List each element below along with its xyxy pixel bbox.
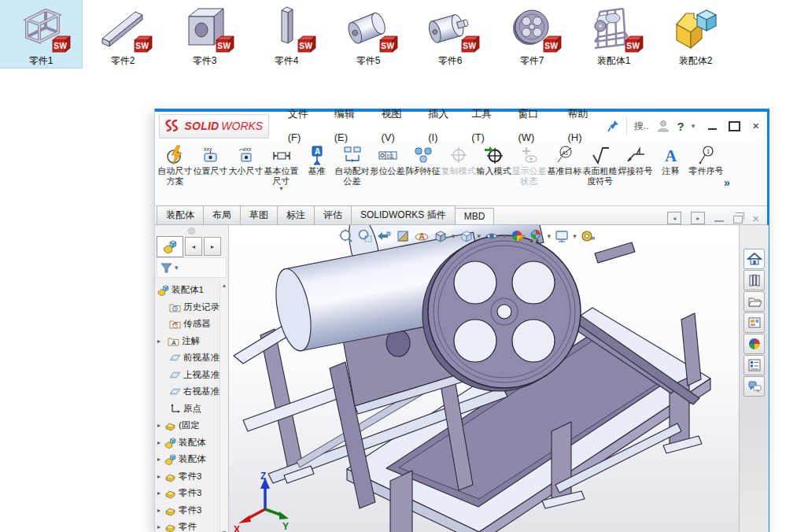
zoom-to-fit-button[interactable] xyxy=(338,227,355,245)
scroll-up-icon[interactable]: ▲ xyxy=(222,283,227,288)
pin-icon[interactable] xyxy=(607,120,619,132)
solidworks-logo: SOLIDWORKS xyxy=(159,114,269,139)
help-dropdown-caret-icon[interactable]: ▾ xyxy=(692,122,695,130)
graphics-viewport[interactable]: A ▾ ▾ ▾ ▾ ▾ xyxy=(229,225,739,532)
feature-tree: 装配体1 历史记录 xyxy=(155,282,220,532)
view-orientation-caret-icon[interactable]: ▾ xyxy=(452,232,456,240)
edit-appearance-button[interactable] xyxy=(509,227,526,245)
tree-item-subassembly-2[interactable]: ▸ 装配体 xyxy=(155,451,220,468)
cmd-pattern-feature-button[interactable]: 阵列特征 xyxy=(405,142,441,176)
document-restore-button[interactable] xyxy=(733,216,743,224)
view-settings-caret-icon[interactable]: ▾ xyxy=(573,232,577,240)
view-orientation-button[interactable] xyxy=(432,227,449,245)
tab-solidworks-addins[interactable]: SOLIDWORKS 插件 xyxy=(351,205,456,224)
panel-splitter-handle[interactable] xyxy=(188,227,195,235)
pattern-feature-icon xyxy=(405,143,441,166)
task-pane-custom-properties-button[interactable] xyxy=(743,355,765,375)
basic-dimension-dropdown-caret-icon[interactable]: ▾ xyxy=(264,186,299,192)
measure-button[interactable] xyxy=(579,227,596,245)
cmd-weld-symbol-button[interactable]: 焊接符号 xyxy=(618,142,653,176)
cmd-datum-button[interactable]: A 基准 xyxy=(299,142,334,176)
close-button[interactable]: × xyxy=(752,120,759,131)
view-settings-button[interactable] xyxy=(553,227,570,245)
tab-assembly[interactable]: 装配体 xyxy=(157,205,204,224)
tab-sketch[interactable]: 草图 xyxy=(240,205,278,224)
tree-scrollbar[interactable]: ▲ ▼ xyxy=(220,282,228,532)
cmd-balloon-button[interactable]: 1 零件序号 xyxy=(688,142,724,176)
document-close-button[interactable]: × xyxy=(752,213,759,224)
section-view-button[interactable] xyxy=(394,227,411,245)
zoom-to-area-button[interactable] xyxy=(356,227,374,245)
cmd-geometric-tolerance-button[interactable]: 0.1 形位公差 xyxy=(370,142,405,176)
tab-evaluate[interactable]: 评估 xyxy=(314,205,352,224)
desktop-icon-part5[interactable]: 零件5 xyxy=(327,0,409,68)
tree-item-part3-1[interactable]: ▸ 零件3 xyxy=(155,468,220,486)
cmd-auto-dimension-scheme-button[interactable]: 自动尺寸方案 xyxy=(157,142,193,186)
hide-show-items-button[interactable] xyxy=(483,227,500,245)
apply-scene-caret-icon[interactable]: ▾ xyxy=(548,232,552,240)
tree-item-front-plane[interactable]: 前视基准面 xyxy=(155,349,220,367)
minimize-button[interactable] xyxy=(708,128,717,130)
tree-item-sensors[interactable]: 传感器 xyxy=(155,316,220,333)
svg-text:A: A xyxy=(315,147,320,156)
user-account-icon[interactable] xyxy=(656,119,670,133)
tree-item-annotations[interactable]: ▸ A 注解 xyxy=(155,333,220,350)
tab-markup[interactable]: 标注 xyxy=(277,205,315,224)
cmd-auto-mating-tolerance-button[interactable]: 自动配对公差 xyxy=(334,142,370,186)
cmd-size-dimension-button[interactable]: xxx 大小尺寸 xyxy=(228,142,264,176)
tab-layout[interactable]: 布局 xyxy=(203,205,241,224)
tree-item-history[interactable]: 历史记录 xyxy=(155,299,220,316)
tab-mbd[interactable]: MBD xyxy=(455,208,495,224)
cmd-datum-target-button[interactable]: A1 基准目标 xyxy=(547,142,582,176)
tree-item-part3-2[interactable]: ▸ 零件3 xyxy=(155,485,220,502)
collapse-panel-left-button[interactable]: ◂ xyxy=(667,212,681,224)
tree-item-subassembly-1[interactable]: ▸ 装配体 xyxy=(155,434,220,452)
search-box[interactable]: 搜.. xyxy=(634,120,649,133)
task-pane-appearances-button[interactable] xyxy=(743,334,765,354)
tree-item-part3-3[interactable]: ▸ 零件3 xyxy=(155,502,220,519)
document-minimize-button[interactable] xyxy=(714,220,724,222)
apply-scene-button[interactable] xyxy=(528,227,545,245)
tree-filter-bar[interactable]: ▾ xyxy=(157,257,227,278)
desktop-icon-part7[interactable]: 零件7 xyxy=(491,0,573,68)
toolbar-overflow-button[interactable]: » xyxy=(724,176,735,189)
task-pane-view-palette-button[interactable] xyxy=(743,312,765,333)
tree-item-origin[interactable]: 原点 xyxy=(155,401,220,418)
maximize-button[interactable] xyxy=(729,121,740,131)
dynamic-annotation-views-button[interactable]: A xyxy=(413,227,430,245)
tree-item-assembly-root[interactable]: 装配体1 xyxy=(155,282,220,299)
desktop-icon-part2[interactable]: 零件2 xyxy=(82,0,164,68)
display-style-caret-icon[interactable]: ▾ xyxy=(478,232,481,240)
tree-item-right-plane[interactable]: 右视基准面 xyxy=(155,383,220,401)
task-pane-home-button[interactable] xyxy=(743,249,765,269)
tree-item-fixed-part[interactable]: ▸ (固定 xyxy=(155,417,220,434)
task-pane-file-explorer-button[interactable] xyxy=(743,291,765,312)
cmd-basic-location-dimension-button[interactable]: 基本位置尺寸 ▾ xyxy=(264,142,299,192)
tree-item-partial[interactable]: ▸ 零件 xyxy=(155,519,220,532)
cmd-import-mode-button[interactable]: 输入模式 xyxy=(476,142,511,176)
desktop-icon-assembly1[interactable]: 装配体1 xyxy=(573,0,655,68)
desktop-icon-part4[interactable]: 零件4 xyxy=(245,0,327,68)
help-button[interactable]: ? xyxy=(677,120,684,133)
task-pane-design-library-button[interactable] xyxy=(743,270,765,290)
feature-manager-tree-tab[interactable] xyxy=(157,236,183,257)
panel-tab-scroll-left-button[interactable]: ◂ xyxy=(185,237,202,256)
previous-view-button[interactable] xyxy=(375,227,393,245)
cmd-copy-mode-button[interactable]: 复制模式 xyxy=(441,142,476,176)
desktop-icon-part3[interactable]: 零件3 xyxy=(164,0,245,68)
tree-item-top-plane[interactable]: 上视基准面 xyxy=(155,367,220,384)
cmd-surface-finish-button[interactable]: 表面粗糙度符号 xyxy=(582,142,618,186)
task-pane-forum-button[interactable] xyxy=(743,376,765,397)
display-style-button[interactable] xyxy=(458,227,475,245)
jaw-crusher-model xyxy=(229,225,739,532)
expand-panel-right-button[interactable]: ▸ xyxy=(691,212,705,224)
desktop-icon-assembly2[interactable]: 装配体2 xyxy=(655,0,736,68)
desktop-icon-part6[interactable]: 零件6 xyxy=(409,0,491,68)
cmd-note-button[interactable]: A 注释 xyxy=(653,142,688,176)
cmd-show-tolerance-status-button[interactable]: 显示公差状态 xyxy=(511,142,547,186)
solidworks-window: SOLIDWORKS 文件(F) 编辑(E) 视图(V) 插入(I) 工具(T)… xyxy=(154,109,769,532)
panel-tab-scroll-right-button[interactable]: ▸ xyxy=(204,237,221,256)
desktop-icon-part1[interactable]: 零件1 xyxy=(0,0,82,68)
hide-show-caret-icon[interactable]: ▾ xyxy=(503,232,507,240)
cmd-location-dimension-button[interactable]: xxx 位置尺寸 xyxy=(193,142,228,176)
